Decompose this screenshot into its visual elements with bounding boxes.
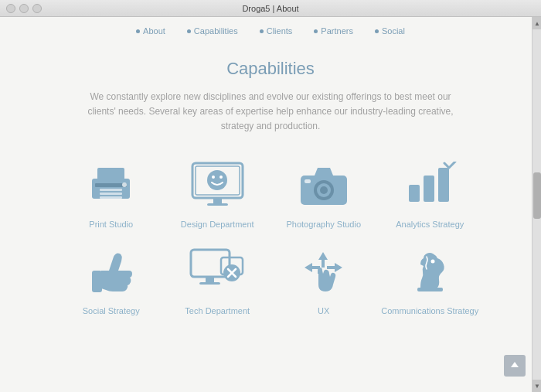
svg-point-13: [219, 176, 223, 179]
thumbs-up-icon: [80, 244, 142, 298]
monitor-x-icon: [186, 244, 248, 298]
print-studio-label: Print Studio: [89, 220, 133, 229]
nav-dot-clients: [260, 29, 264, 33]
capability-print-studio[interactable]: Print Studio: [62, 158, 161, 229]
analytics-strategy-label: Analytics Strategy: [396, 220, 464, 229]
capability-analytics-strategy[interactable]: Analytics Strategy: [381, 158, 480, 229]
svg-rect-3: [100, 193, 122, 195]
window-controls: [6, 4, 42, 13]
svg-rect-22: [92, 271, 102, 292]
svg-rect-19: [409, 185, 420, 202]
svg-rect-20: [424, 176, 434, 202]
svg-rect-21: [438, 168, 449, 202]
nav-label-about: About: [143, 26, 165, 36]
nav-dot-social: [375, 29, 379, 33]
monitor-face-icon: [186, 158, 248, 212]
svg-point-12: [212, 176, 215, 179]
capability-social-strategy[interactable]: Social Strategy: [62, 244, 161, 315]
capability-tech-department[interactable]: Tech Department: [168, 244, 267, 315]
scroll-to-top-button[interactable]: [504, 355, 526, 377]
hand-touch-icon: [293, 244, 355, 298]
svg-point-11: [207, 170, 227, 190]
printer-icon: [80, 158, 142, 212]
svg-rect-31: [417, 288, 443, 291]
svg-rect-9: [213, 198, 222, 203]
svg-point-17: [320, 186, 328, 194]
main-nav: About Capabilities Clients Partners Soci…: [0, 17, 541, 43]
capability-communications-strategy[interactable]: Communications Strategy: [381, 244, 480, 315]
design-department-label: Design Department: [181, 220, 254, 229]
svg-rect-24: [206, 277, 214, 282]
capability-ux[interactable]: UX: [274, 244, 373, 315]
nav-dot-capabilities: [187, 29, 191, 33]
window-title: Droga5 | About: [242, 4, 298, 13]
capability-design-department[interactable]: Design Department: [168, 158, 267, 229]
tech-department-label: Tech Department: [185, 306, 250, 315]
nav-label-clients: Clients: [267, 26, 293, 36]
nav-dot-partners: [314, 29, 318, 33]
nav-item-capabilities[interactable]: Capabilities: [187, 26, 238, 36]
svg-rect-5: [95, 183, 127, 187]
scroll-up-button[interactable]: ▲: [532, 17, 541, 29]
title-bar: Droga5 | About: [0, 0, 541, 17]
svg-point-30: [430, 260, 434, 264]
nav-label-social: Social: [382, 26, 405, 36]
scroll-down-button[interactable]: ▼: [532, 380, 541, 392]
chess-knight-icon: [399, 244, 461, 298]
minimize-button[interactable]: [19, 4, 29, 13]
svg-rect-18: [305, 179, 311, 183]
social-strategy-label: Social Strategy: [83, 306, 140, 315]
svg-rect-4: [100, 196, 122, 199]
svg-rect-25: [199, 282, 220, 285]
page-content: Capabilities We constantly explore new d…: [0, 43, 541, 331]
nav-label-capabilities: Capabilities: [194, 26, 238, 36]
content-area: About Capabilities Clients Partners Soci…: [0, 17, 541, 392]
camera-icon: [293, 158, 355, 212]
capability-photography-studio[interactable]: Photography Studio: [274, 158, 373, 229]
svg-point-6: [122, 182, 127, 187]
capabilities-grid: Print Studio: [46, 158, 495, 315]
scrollbar[interactable]: ▲ ▼: [532, 17, 541, 392]
maximize-button[interactable]: [32, 4, 42, 13]
page-description: We constantly explore new disciplines an…: [85, 90, 456, 135]
scrollbar-thumb[interactable]: [533, 172, 541, 219]
nav-item-clients[interactable]: Clients: [260, 26, 293, 36]
bar-chart-icon: [399, 158, 461, 212]
svg-rect-10: [207, 203, 228, 206]
nav-item-about[interactable]: About: [136, 26, 165, 36]
communications-strategy-label: Communications Strategy: [381, 306, 478, 315]
close-button[interactable]: [6, 4, 15, 13]
page-title: Capabilities: [46, 59, 495, 79]
svg-rect-1: [97, 168, 124, 182]
nav-item-social[interactable]: Social: [375, 26, 405, 36]
svg-rect-2: [100, 189, 122, 191]
photography-studio-label: Photography Studio: [286, 220, 361, 229]
nav-item-partners[interactable]: Partners: [314, 26, 353, 36]
nav-dot-about: [136, 29, 140, 33]
ux-label: UX: [318, 306, 329, 315]
nav-label-partners: Partners: [321, 26, 353, 36]
